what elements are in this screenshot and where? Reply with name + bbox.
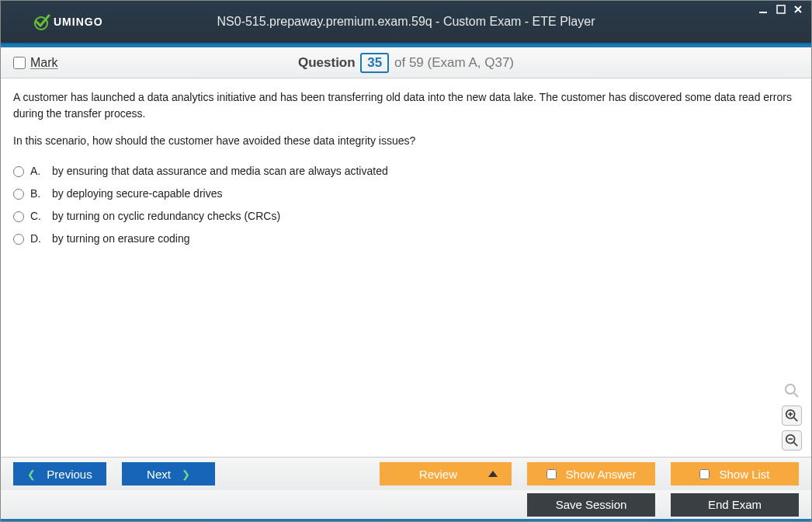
answer-option[interactable]: C. by turning on cyclic redundancy check… (13, 205, 799, 228)
review-button[interactable]: Review (380, 462, 512, 485)
show-list-checkbox[interactable] (699, 469, 710, 479)
maximize-button[interactable] (774, 4, 788, 16)
save-session-label: Save Session (556, 498, 627, 511)
checkmark-icon (32, 12, 50, 31)
answer-text: by turning on cyclic redundancy checks (… (52, 208, 280, 224)
answer-letter: D. (30, 231, 46, 247)
zoom-controls (782, 381, 802, 451)
bottom-toolbar: ❮ Previous Next ❯ Review Show Answer Sho… (1, 457, 811, 521)
brand-logo: UMINGO (32, 12, 103, 31)
minimize-button[interactable] (757, 4, 771, 16)
show-answer-button[interactable]: Show Answer (527, 462, 655, 485)
brand-text: UMINGO (54, 16, 103, 28)
next-button[interactable]: Next ❯ (122, 462, 215, 485)
answer-letter: C. (30, 208, 46, 224)
answer-letter: A. (30, 163, 46, 179)
question-number: 35 (360, 53, 389, 73)
show-list-button[interactable]: Show List (671, 462, 799, 485)
question-paragraph-1: A customer has launched a data analytics… (13, 89, 799, 122)
answer-text: by deploying secure-capable drives (52, 186, 222, 202)
answer-radio-d[interactable] (13, 234, 24, 245)
answer-option[interactable]: D. by turning on erasure coding (13, 228, 799, 250)
next-label: Next (147, 468, 171, 481)
answer-option[interactable]: B. by deploying secure-capable drives (13, 183, 799, 205)
end-exam-button[interactable]: End Exam (671, 493, 799, 517)
show-answer-checkbox[interactable] (547, 469, 557, 479)
previous-label: Previous (47, 468, 92, 481)
answer-options: A. by ensuring that data assurance and m… (13, 160, 799, 250)
question-indicator: Question 35 of 59 (Exam A, Q37) (1, 53, 811, 73)
question-content: A customer has launched a data analytics… (1, 78, 811, 457)
answer-text: by ensuring that data assurance and medi… (52, 163, 388, 179)
review-label: Review (419, 468, 457, 481)
action-row-1: ❮ Previous Next ❯ Review Show Answer Sho… (1, 458, 811, 490)
previous-button[interactable]: ❮ Previous (13, 462, 106, 485)
question-header: Mark Question 35 of 59 (Exam A, Q37) (1, 47, 811, 78)
question-paragraph-2: In this scenario, how should the custome… (13, 133, 799, 149)
close-button[interactable] (791, 4, 805, 16)
answer-letter: B. (30, 186, 46, 202)
mark-checkbox[interactable] (13, 57, 26, 69)
show-list-label: Show List (719, 468, 769, 481)
window-controls (757, 4, 805, 16)
triangle-up-icon (488, 471, 498, 477)
action-row-2: Save Session End Exam (1, 490, 811, 521)
chevron-right-icon: ❯ (182, 468, 190, 480)
end-exam-label: End Exam (708, 498, 762, 511)
svg-rect-2 (777, 5, 785, 13)
answer-radio-c[interactable] (13, 211, 24, 222)
question-total: of 59 (Exam A, Q37) (394, 55, 514, 70)
question-word: Question (298, 55, 356, 70)
window-title: NS0-515.prepaway.premium.exam.59q - Cust… (1, 15, 811, 29)
answer-radio-a[interactable] (13, 166, 24, 177)
answer-text: by turning on erasure coding (52, 231, 189, 247)
chevron-left-icon: ❮ (27, 468, 36, 480)
save-session-button[interactable]: Save Session (527, 493, 655, 517)
titlebar: UMINGO NS0-515.prepaway.premium.exam.59q… (1, 1, 811, 44)
zoom-out-button[interactable] (782, 430, 802, 451)
mark-checkbox-wrap[interactable]: Mark (13, 56, 58, 70)
svg-point-3 (786, 385, 795, 394)
svg-rect-1 (759, 12, 767, 13)
answer-radio-b[interactable] (13, 189, 24, 200)
zoom-in-button[interactable] (782, 405, 802, 426)
show-answer-label: Show Answer (566, 468, 637, 481)
mark-label: Mark (30, 56, 58, 70)
answer-option[interactable]: A. by ensuring that data assurance and m… (13, 160, 799, 183)
search-icon[interactable] (782, 381, 802, 401)
